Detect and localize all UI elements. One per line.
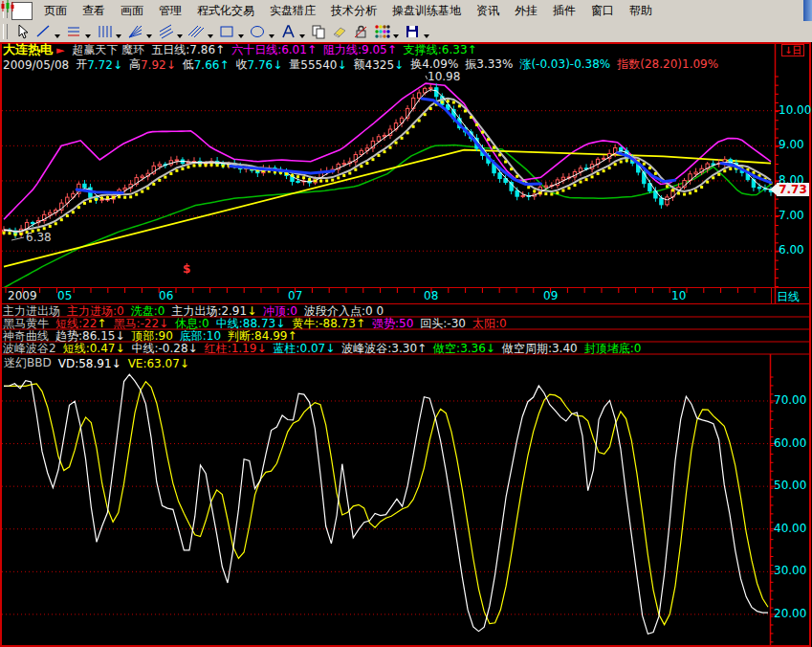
rectangle-tool-icon [218, 23, 235, 40]
save-tool[interactable] [403, 22, 431, 41]
text-tool-icon [279, 23, 296, 40]
color-palette-tool-icon [373, 23, 390, 40]
overlay-bands-layer [4, 83, 771, 288]
menu-bar: 页面查看画面管理程式化交易实盘猎庄技术分析操盘训练基地资讯外挂插件窗口帮助 [0, 0, 812, 22]
ohlc-seg-1: 开 [76, 56, 87, 73]
color-palette-tool[interactable] [372, 22, 401, 41]
eraser-tool[interactable] [330, 22, 349, 41]
vertical-lines-tool[interactable] [95, 22, 123, 41]
ohlc-seg-10: 55540 [300, 58, 337, 72]
irow3-seg-4: 波峰波谷:3.30↑ [341, 343, 427, 354]
menu-item-3[interactable]: 管理 [151, 1, 189, 21]
ohlc-seg-4: 7.92↓ [141, 58, 176, 72]
ohlc-seg-11: ↓ [337, 58, 346, 72]
ohlc-seg-0: 2009/05/08 [3, 58, 69, 72]
fan-lines-tool[interactable] [125, 22, 154, 41]
period-day-icon[interactable]: ↓日 [781, 44, 804, 56]
indicator-row-3-label[interactable]: 波峰波谷2 [3, 343, 56, 354]
menu-item-10[interactable]: 插件 [545, 1, 583, 21]
menu-item-5[interactable]: 实盘猎庄 [262, 1, 323, 21]
menu-item-1[interactable]: 查看 [75, 1, 113, 21]
trendline-tool[interactable] [33, 22, 62, 41]
horizontal-lines-tool-dropdown-icon[interactable] [85, 34, 91, 38]
save-tool-dropdown-icon[interactable] [424, 34, 429, 38]
menu-item-12[interactable]: 帮助 [622, 1, 660, 21]
eraser-tool-icon [331, 23, 348, 40]
text-tool-dropdown-icon[interactable] [299, 34, 305, 38]
start-low-annotation: 6.38 [26, 231, 52, 244]
text-tool[interactable] [278, 22, 307, 41]
ohlc-seg-13: 4325 [365, 58, 395, 72]
main-axis-label-0: 10.00 [779, 103, 811, 117]
chart-area: 大连热电 ► 超赢天下 魔环五日线:7.86↑六十日线:6.01↑阻力线:9.0… [0, 42, 812, 647]
irow0-seg-1: 洗盘:0 [131, 305, 165, 317]
trendline-tool-dropdown-icon[interactable] [55, 34, 60, 38]
menu-item-4[interactable]: 程式化交易 [189, 1, 262, 21]
main-axis-label-4: 6.00 [779, 243, 804, 257]
period-label[interactable]: 日线 [777, 289, 800, 305]
indicator-row-0-label[interactable]: 主力进出场 [3, 305, 60, 317]
ohlc-seg-8: 7.76↓ [248, 58, 283, 72]
main-axis-label-1: 9.00 [779, 138, 804, 151]
menu-items: 页面查看画面管理程式化交易实盘猎庄技术分析操盘训练基地资讯外挂插件窗口帮助 [36, 1, 660, 21]
month-label-2: 06 [159, 289, 173, 302]
rectangle-tool-dropdown-icon[interactable] [238, 34, 244, 38]
sub-axis-label-0: 70.00 [774, 393, 806, 407]
indicator-row-1: 黑马黄牛短线:22↑黑马:-22↓休息:0中线:88.73↓黄牛:-88.73↑… [3, 318, 514, 329]
info1-seg-2: 六十日线:6.01↑ [231, 42, 317, 58]
parallel-lines-tool-dropdown-icon[interactable] [208, 34, 213, 38]
sub-axis-label-4: 30.00 [774, 564, 806, 577]
event-marker-icon: $ [183, 262, 190, 276]
fan-lines-tool-dropdown-icon[interactable] [146, 34, 152, 38]
sub-axis-label-2: 50.00 [774, 479, 806, 492]
indicator-row-2-label[interactable]: 神奇曲线 [3, 330, 49, 342]
menu-item-11[interactable]: 窗口 [583, 1, 622, 21]
menu-item-8[interactable]: 资讯 [469, 1, 507, 21]
rectangle-tool[interactable] [217, 22, 246, 41]
ellipse-tool-dropdown-icon[interactable] [269, 34, 274, 38]
stock-info-line: 大连热电 ► 超赢天下 魔环五日线:7.86↑六十日线:6.01↑阻力线:9.0… [3, 43, 484, 56]
ohlc-seg-16: 振3.33% [465, 56, 513, 73]
copy-tool[interactable] [309, 22, 328, 41]
ohlc-seg-9: 量 [289, 56, 300, 73]
menu-item-9[interactable]: 外挂 [507, 1, 545, 21]
ellipse-tool-icon [249, 23, 266, 40]
menu-item-7[interactable]: 操盘训练基地 [384, 1, 469, 21]
vertical-lines-tool-dropdown-icon[interactable] [116, 34, 121, 38]
ohlc-seg-18: 指数(28.20)1.09% [617, 56, 718, 73]
indicator-row-2: 神奇曲线趋势:86.15↓顶部:90底部:10判断:84.99↑ [3, 330, 304, 342]
menu-item-2[interactable]: 画面 [113, 1, 151, 21]
irow0-seg-4: 冲顶:0 [263, 305, 297, 317]
channel-tool[interactable] [156, 22, 185, 41]
menu-item-6[interactable]: 技术分析 [323, 1, 384, 21]
app-logo-icon[interactable] [11, 2, 33, 20]
copy-tool-icon [310, 23, 327, 40]
lock-tool[interactable] [351, 22, 370, 41]
ohlc-seg-17: 涨(-0.03)-0.38% [519, 56, 610, 73]
stock-name[interactable]: 大连热电 [3, 41, 53, 58]
channel-tool-dropdown-icon[interactable] [177, 34, 183, 38]
irow3-seg-3: 蓝柱:0.07↓ [273, 343, 335, 354]
parallel-lines-tool[interactable] [187, 22, 215, 41]
pointer-tool[interactable] [12, 22, 32, 41]
indicator-row-3: 波峰波谷2短线:0.47↓中线:-0.28↓红柱:1.19↓蓝柱:0.07↓波峰… [3, 343, 647, 354]
info1-seg-3: 阻力线:9.05↑ [323, 42, 397, 58]
ohlc-line: 2009/05/08开7.72↓高7.92↓低7.66↑收7.76↓量55540… [3, 58, 725, 71]
pointer-tool-icon [13, 23, 31, 40]
menu-item-0[interactable]: 页面 [36, 1, 75, 21]
horizontal-lines-tool[interactable] [64, 22, 93, 41]
candlestick-logo-icon [0, 0, 15, 12]
sub-axis-label-5: 20.00 [774, 607, 806, 620]
sub-chart-header: 迷幻BBDVD:58.91↓VE:63.07↓ [4, 357, 196, 369]
month-label-3: 07 [288, 289, 302, 302]
indicator-row-1-label[interactable]: 黑马黄牛 [3, 318, 49, 329]
color-palette-tool-dropdown-icon[interactable] [393, 34, 399, 38]
subhdr-seg-1: VD:58.91↓ [58, 357, 121, 370]
irow2-seg-3: 判断:84.99↑ [228, 330, 296, 342]
irow1-seg-3: 休息:0 [175, 318, 209, 329]
toolbar-grip[interactable] [3, 24, 8, 39]
irow2-seg-0: 趋势:86.15↓ [55, 330, 124, 342]
sub-chart-layer [4, 374, 768, 634]
ellipse-tool[interactable] [248, 22, 276, 41]
toolbar-tools [11, 22, 432, 41]
